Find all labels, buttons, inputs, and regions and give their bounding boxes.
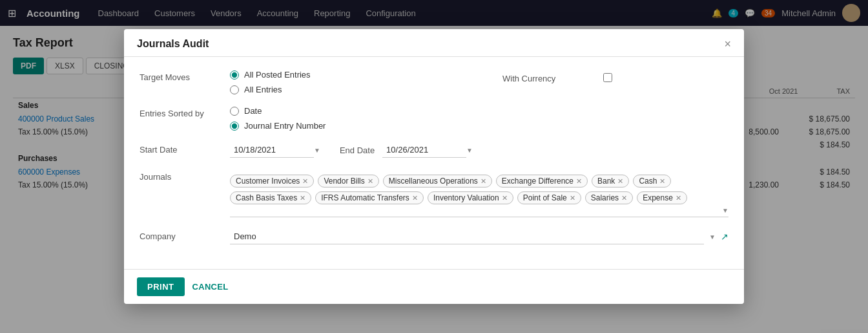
journal-tag: Expense✕ — [637, 191, 687, 204]
date-fields: ▼ End Date ▼ — [230, 142, 728, 158]
journal-tag: Inventory Valuation✕ — [428, 191, 513, 204]
end-date-caret: ▼ — [466, 147, 473, 154]
journal-tag-remove[interactable]: ✕ — [480, 178, 486, 185]
radio-date-input[interactable] — [230, 107, 239, 116]
modal-body: Target Moves All Posted Entries All Entr… — [124, 57, 744, 269]
entries-sorted-row: Entries Sorted by Date Journal Entry Num… — [140, 106, 728, 131]
tags-dropdown-caret[interactable]: ▼ — [230, 207, 728, 214]
journal-tag-remove[interactable]: ✕ — [570, 195, 575, 202]
journal-tag: Cash Basis Taxes✕ — [230, 191, 311, 204]
journal-tag-label: Customer Invoices — [236, 177, 300, 186]
tags-input-area: Customer Invoices✕Vendor Bills✕Miscellan… — [230, 169, 728, 217]
company-select-caret: ▼ — [709, 233, 716, 241]
journals-row: Journals Customer Invoices✕Vendor Bills✕… — [140, 169, 728, 217]
journal-tag-label: Miscellaneous Operations — [389, 177, 478, 186]
journal-tag: Point of Sale✕ — [517, 191, 581, 204]
journal-tag-label: Point of Sale — [523, 193, 567, 202]
radio-all-posted[interactable]: All Posted Entries — [230, 70, 311, 80]
journal-tag-remove[interactable]: ✕ — [676, 195, 681, 202]
modal-footer: PRINT CANCEL — [124, 269, 744, 304]
sorted-radio-group: Date Journal Entry Number — [230, 106, 728, 131]
start-date-caret: ▼ — [314, 147, 320, 154]
entries-sorted-label: Entries Sorted by — [140, 106, 230, 118]
radio-all-entries[interactable]: All Entries — [230, 85, 311, 94]
journal-tag: Salaries✕ — [585, 191, 633, 204]
journal-tag-remove[interactable]: ✕ — [502, 195, 508, 202]
radio-all-entries-label: All Entries — [244, 85, 282, 94]
modal-header: Journals Audit × — [124, 29, 744, 57]
cancel-button[interactable]: CANCEL — [192, 282, 229, 292]
journal-tag: Bank✕ — [592, 175, 629, 188]
journal-tag-remove[interactable]: ✕ — [576, 178, 582, 185]
journals-audit-modal: Journals Audit × Target Moves All Posted… — [124, 29, 744, 304]
journal-tag-label: Cash Basis Taxes — [236, 193, 297, 202]
modal-title: Journals Audit — [137, 38, 209, 50]
journal-tag-label: Salaries — [591, 193, 619, 202]
tags-container: Customer Invoices✕Vendor Bills✕Miscellan… — [230, 172, 728, 207]
end-date-group: End Date ▼ — [340, 142, 473, 158]
journal-tag-label: Inventory Valuation — [433, 193, 499, 202]
radio-journal-number-input[interactable] — [230, 122, 239, 131]
journal-tag-remove[interactable]: ✕ — [302, 178, 308, 185]
end-date-input-group: ▼ — [382, 142, 473, 158]
target-moves-row: Target Moves All Posted Entries All Entr… — [140, 70, 728, 94]
journal-tag-remove[interactable]: ✕ — [659, 178, 665, 185]
radio-journal-entry-number[interactable]: Journal Entry Number — [230, 121, 728, 131]
with-currency-col: With Currency — [502, 70, 728, 83]
modal-overlay: Journals Audit × Target Moves All Posted… — [0, 0, 868, 333]
company-label: Company — [140, 229, 230, 241]
print-button[interactable]: PRINT — [137, 277, 185, 296]
journal-tag-remove[interactable]: ✕ — [621, 195, 627, 202]
start-date-input[interactable] — [230, 142, 314, 158]
journal-tag-label: IFRS Automatic Transfers — [321, 193, 409, 202]
with-currency-checkbox[interactable] — [603, 73, 612, 82]
radio-all-posted-label: All Posted Entries — [244, 70, 311, 80]
entries-sorted-options: Date Journal Entry Number — [230, 106, 728, 131]
journal-tag: Exchange Difference✕ — [496, 175, 588, 188]
start-date-label: Start Date — [140, 142, 230, 155]
end-date-input[interactable] — [382, 142, 466, 158]
company-external-link[interactable]: ↗ — [721, 231, 728, 242]
radio-journal-number-label: Journal Entry Number — [244, 121, 326, 131]
journal-tag-remove[interactable]: ✕ — [617, 178, 623, 185]
company-select-row: Demo ▼ ↗ — [230, 229, 728, 244]
date-row: Start Date ▼ End Date ▼ — [140, 142, 728, 158]
target-moves-label: Target Moves — [140, 70, 230, 94]
journal-tag: Cash✕ — [633, 175, 671, 188]
journal-tag-remove[interactable]: ✕ — [412, 195, 418, 202]
journal-tag: Miscellaneous Operations✕ — [383, 175, 492, 188]
journals-content: Customer Invoices✕Vendor Bills✕Miscellan… — [230, 169, 728, 217]
company-row: Company Demo ▼ ↗ — [140, 229, 728, 244]
journal-tag-label: Exchange Difference — [502, 177, 574, 186]
journal-tag-remove[interactable]: ✕ — [300, 195, 305, 202]
target-moves-options: All Posted Entries All Entries — [230, 70, 311, 94]
journal-tag: IFRS Automatic Transfers✕ — [315, 191, 424, 204]
end-date-label: End Date — [340, 145, 375, 155]
radio-all-posted-input[interactable] — [230, 70, 239, 80]
journal-tag: Customer Invoices✕ — [230, 175, 314, 188]
journal-tag-label: Vendor Bills — [324, 177, 364, 186]
journal-tag: Vendor Bills✕ — [318, 175, 378, 188]
journal-tag-label: Cash — [639, 177, 657, 186]
radio-date[interactable]: Date — [230, 106, 728, 116]
with-currency-label: With Currency — [502, 71, 593, 83]
close-button[interactable]: × — [724, 38, 731, 50]
journal-tag-label: Bank — [597, 177, 615, 186]
company-content: Demo ▼ ↗ — [230, 229, 728, 244]
start-date-group: ▼ — [230, 142, 320, 158]
journal-tag-label: Expense — [643, 193, 673, 202]
radio-all-entries-input[interactable] — [230, 85, 239, 94]
target-moves-col: Target Moves All Posted Entries All Entr… — [140, 70, 502, 94]
company-select[interactable]: Demo — [230, 229, 704, 244]
radio-date-label: Date — [244, 106, 262, 116]
journals-label: Journals — [140, 169, 230, 182]
journal-tag-remove[interactable]: ✕ — [367, 178, 373, 185]
